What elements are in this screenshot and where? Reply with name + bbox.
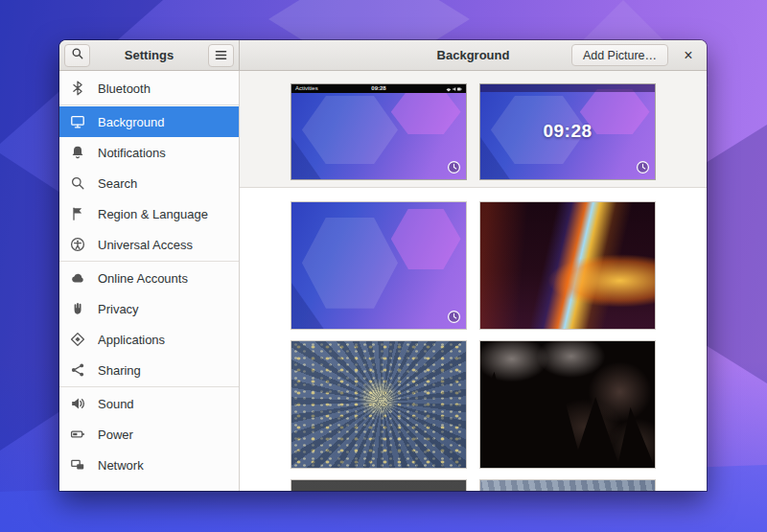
sidebar-item-label: Devices bbox=[98, 489, 211, 492]
sidebar-list: BluetoothBackgroundNotificationsSearchRe… bbox=[59, 73, 239, 491]
network-icon bbox=[70, 457, 85, 473]
sidebar-item-applications[interactable]: Applications bbox=[59, 324, 239, 355]
display-icon bbox=[70, 114, 85, 129]
sidebar-item-privacy[interactable]: Privacy bbox=[59, 293, 239, 324]
sidebar-item-label: Privacy bbox=[98, 302, 228, 316]
applications-icon bbox=[70, 332, 85, 347]
lock-screen-preview[interactable]: 09:28 bbox=[479, 83, 656, 180]
sidebar: BluetoothBackgroundNotificationsSearchRe… bbox=[59, 71, 240, 491]
preview-topbar: Activities 09:28 bbox=[291, 84, 466, 93]
sidebar-item-label: Universal Access bbox=[98, 238, 228, 252]
sidebar-separator bbox=[59, 386, 239, 387]
window-body: BluetoothBackgroundNotificationsSearchRe… bbox=[59, 71, 707, 491]
sidebar-separator bbox=[59, 261, 239, 262]
search-button[interactable] bbox=[64, 44, 90, 67]
desktop-wallpaper: Settings Background Add Picture… × Bluet… bbox=[0, 0, 767, 532]
speaker-icon bbox=[70, 396, 85, 411]
wallpaper-tile-blue-hexagons-timed[interactable] bbox=[291, 201, 467, 330]
sidebar-item-online-accounts[interactable]: Online Accounts bbox=[59, 263, 239, 293]
preview-section: Activities 09:28 09:28 bbox=[240, 71, 707, 188]
wallpaper-tile-dark-light-streaks[interactable] bbox=[479, 201, 656, 330]
lock-screen-time: 09:28 bbox=[543, 121, 592, 142]
sidebar-item-label: Notifications bbox=[98, 146, 228, 160]
sidebar-item-universal-access[interactable]: Universal Access bbox=[59, 229, 239, 260]
wallpaper-grid bbox=[240, 188, 707, 491]
menu-button[interactable] bbox=[208, 44, 234, 67]
wallpaper-tile-dark-gray-texture[interactable] bbox=[291, 479, 467, 491]
add-picture-button[interactable]: Add Picture… bbox=[571, 44, 668, 66]
content-area: Activities 09:28 09:28 bbox=[240, 71, 707, 491]
sidebar-item-label: Sharing bbox=[98, 363, 228, 378]
header-right: Background Add Picture… × bbox=[240, 40, 707, 71]
close-icon: × bbox=[684, 47, 692, 64]
sidebar-item-label: Sound bbox=[98, 397, 228, 411]
sidebar-item-power[interactable]: Power bbox=[59, 419, 239, 450]
flag-icon bbox=[70, 206, 85, 221]
hand-icon bbox=[70, 301, 85, 316]
desktop-background-preview[interactable]: Activities 09:28 bbox=[291, 83, 467, 180]
cloud-icon bbox=[70, 270, 85, 286]
share-icon bbox=[70, 362, 85, 378]
hamburger-icon bbox=[215, 47, 227, 64]
header-bar: Settings Background Add Picture… × bbox=[59, 40, 707, 71]
close-button[interactable]: × bbox=[678, 45, 699, 66]
sidebar-item-label: Search bbox=[98, 176, 228, 191]
preview-clock-label: 09:28 bbox=[291, 84, 466, 93]
header-left: Settings bbox=[59, 40, 240, 71]
lock-screen-top-strip bbox=[480, 84, 655, 92]
sidebar-item-label: Background bbox=[98, 115, 228, 129]
sidebar-item-label: Applications bbox=[98, 333, 228, 347]
app-title: Settings bbox=[90, 48, 208, 62]
clock-badge-icon bbox=[447, 160, 461, 174]
bell-icon bbox=[70, 145, 85, 160]
sidebar-item-label: Power bbox=[98, 428, 228, 442]
sidebar-item-bluetooth[interactable]: Bluetooth bbox=[59, 73, 239, 104]
sidebar-item-label: Region & Language bbox=[98, 207, 228, 221]
chevron-right-icon: › bbox=[223, 489, 228, 492]
sidebar-item-devices[interactable]: Devices› bbox=[59, 480, 239, 491]
sidebar-separator bbox=[59, 104, 239, 105]
sidebar-item-background[interactable]: Background bbox=[59, 106, 239, 137]
sidebar-item-label: Bluetooth bbox=[98, 81, 228, 96]
sidebar-item-region-language[interactable]: Region & Language bbox=[59, 198, 239, 229]
sidebar-item-sharing[interactable]: Sharing bbox=[59, 355, 239, 385]
battery-icon bbox=[70, 427, 85, 442]
wallpaper-tile-dark-leaves[interactable] bbox=[479, 340, 656, 469]
search-icon bbox=[70, 175, 85, 191]
devices-icon bbox=[70, 488, 85, 491]
wallpaper-tile-blue-gray-texture[interactable] bbox=[479, 479, 656, 491]
sidebar-item-notifications[interactable]: Notifications bbox=[59, 137, 239, 168]
sidebar-item-sound[interactable]: Sound bbox=[59, 388, 239, 419]
clock-badge-icon bbox=[636, 160, 650, 174]
settings-window: Settings Background Add Picture… × Bluet… bbox=[59, 40, 707, 491]
clock-badge-icon bbox=[447, 310, 461, 324]
bluetooth-icon bbox=[70, 81, 85, 96]
sidebar-item-search[interactable]: Search bbox=[59, 168, 239, 198]
accessibility-icon bbox=[70, 237, 85, 252]
sidebar-item-network[interactable]: Network bbox=[59, 450, 239, 480]
sidebar-item-label: Online Accounts bbox=[98, 271, 228, 286]
sidebar-item-label: Network bbox=[98, 458, 228, 473]
search-icon bbox=[71, 47, 84, 64]
wallpaper-tile-forest-aerial[interactable] bbox=[291, 340, 467, 469]
